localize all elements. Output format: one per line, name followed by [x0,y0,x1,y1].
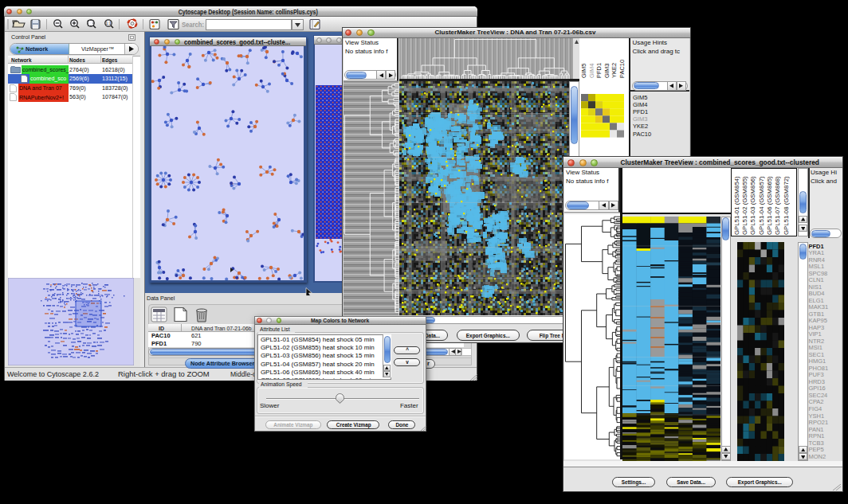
svg-text:1:1: 1:1 [106,21,112,25]
